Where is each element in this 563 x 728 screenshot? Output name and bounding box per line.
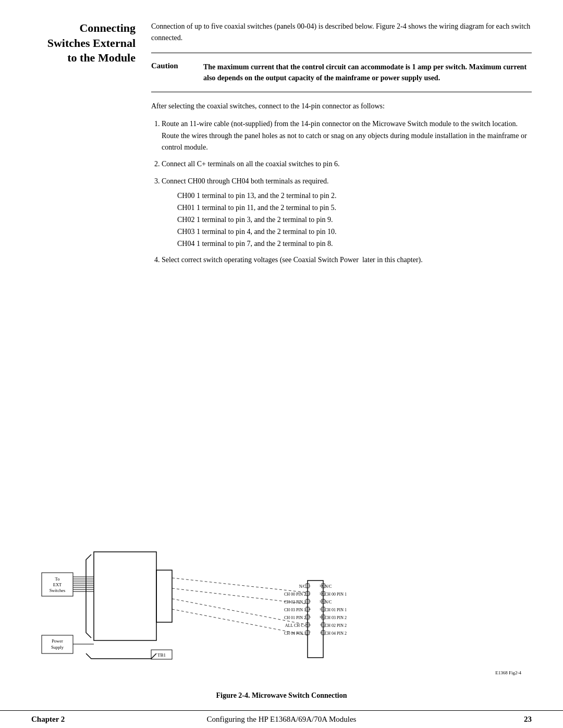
figure-caption: Figure 2-4. Microwave Switch Connection [216,692,347,700]
body-paragraph: After selecting the coaxial switches, co… [151,101,532,112]
svg-text:10: 10 [320,615,324,619]
svg-text:Switches: Switches [50,588,66,593]
footer: Chapter 2 Configuring the HP E1368A/69A/… [0,710,563,728]
svg-text:CH 01 PIN 2: CH 01 PIN 2 [284,615,306,620]
step-1: Route an 11-wire cable (not-supplied) fr… [162,118,532,153]
svg-text:N/C: N/C [325,600,332,604]
intro-text: Connection of up to five coaxial switche… [151,21,532,44]
svg-text:To: To [55,576,60,582]
footer-page: 23 [432,715,532,724]
svg-text:9: 9 [320,623,322,627]
svg-text:CH 00 PIN 1: CH 00 PIN 1 [325,592,347,597]
sub-item-ch03: CH03 1 terminal to pin 4, and the 2 term… [177,226,532,237]
steps-list: Route an 11-wire cable (not-supplied) fr… [162,118,532,266]
title-line2: Switches External [31,36,136,51]
svg-text:Power: Power [52,638,63,644]
svg-rect-4 [94,552,156,640]
svg-text:CH 04 PIN 1: CH 04 PIN 1 [284,631,306,636]
svg-text:8: 8 [320,631,322,635]
step-2-text: Connect all C+ terminals on all the coax… [162,160,340,168]
page: Connecting Switches External to the Modu… [0,0,563,728]
content-area: Connecting Switches External to the Modu… [0,0,563,515]
svg-text:CH 03 PIN 1: CH 03 PIN 1 [284,608,306,612]
svg-text:N/C: N/C [325,584,332,589]
sub-item-ch04: CH04 1 terminal to pin 7, and the 2 term… [177,238,532,249]
title-line1: Connecting [31,21,136,36]
svg-text:11: 11 [320,607,323,611]
svg-line-20 [172,578,308,593]
right-column: Connection of up to five coaxial switche… [146,21,532,505]
diagram-area: To EXT Switches Power Supply [0,515,563,710]
svg-text:CH 03 PIN 2: CH 03 PIN 2 [325,615,347,620]
sub-item-ch00: CH00 1 terminal to pin 13, and the 2 ter… [177,190,532,201]
step-4: Select correct switch operating voltages… [162,254,532,266]
svg-text:N/C: N/C [299,584,306,589]
sub-item-ch02: CH02 1 terminal to pin 3, and the 2 term… [177,214,532,225]
step-1-text: Route an 11-wire cable (not-supplied) fr… [162,120,527,151]
svg-text:12: 12 [320,599,324,603]
section-title: Connecting Switches External to the Modu… [31,21,136,66]
svg-text:TB1: TB1 [157,652,166,658]
left-column: Connecting Switches External to the Modu… [31,21,146,505]
svg-text:ALL CH C+: ALL CH C+ [285,623,307,628]
sub-list: CH00 1 terminal to pin 13, and the 2 ter… [177,190,532,249]
svg-text:CH 02 PIN 2: CH 02 PIN 2 [325,623,347,628]
title-line3: to the Module [31,51,136,66]
svg-rect-5 [156,570,172,622]
diagram-svg: To EXT Switches Power Supply [31,521,532,687]
svg-text:Supply: Supply [51,645,64,650]
caution-text: The maximum current that the control cir… [203,61,532,83]
step-3: Connect CH00 through CH04 both terminals… [162,176,532,249]
svg-text:CH 00 PIN 2: CH 00 PIN 2 [284,592,306,597]
sub-item-ch01: CH01 1 terminal to pin 11, and the 2 ter… [177,202,532,213]
svg-text:CH 04 PIN 2: CH 04 PIN 2 [325,631,347,636]
rule-bottom [151,92,532,92]
caution-label: Caution [151,61,203,83]
svg-text:E1368 Fig2-4: E1368 Fig2-4 [495,670,521,675]
svg-text:EXT: EXT [53,582,62,587]
svg-text:14: 14 [320,584,324,588]
step-4-text: Select correct switch operating voltages… [162,256,423,264]
rule-top [151,53,532,53]
step-2: Connect all C+ terminals on all the coax… [162,158,532,170]
svg-text:CH 01 PIN 1: CH 01 PIN 1 [325,608,347,612]
caution-block: Caution The maximum current that the con… [151,61,532,83]
footer-title: Configuring the HP E1368A/69A/70A Module… [131,715,432,724]
svg-text:13: 13 [320,591,324,596]
step-3-text: Connect CH00 through CH04 both terminals… [162,177,328,185]
footer-chapter: Chapter 2 [31,715,131,724]
svg-text:CH 02 PIN 1: CH 02 PIN 1 [284,600,306,604]
